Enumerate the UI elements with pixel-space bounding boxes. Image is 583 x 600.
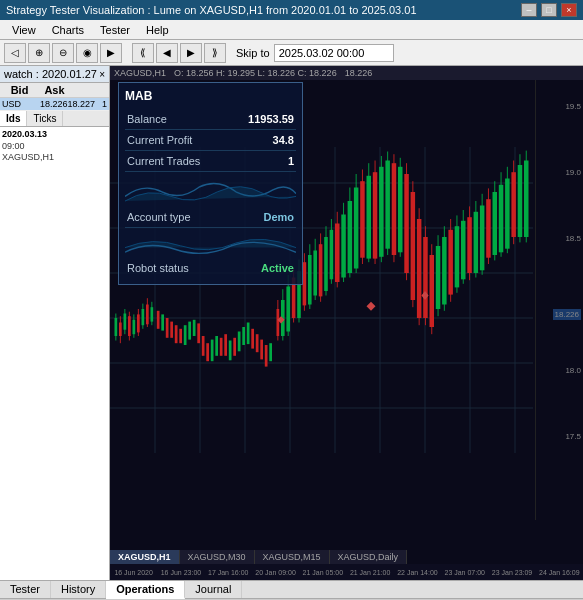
time-6: 22 Jan 14:00 — [394, 569, 441, 576]
tab-operations[interactable]: Operations — [106, 581, 185, 599]
tab-tester[interactable]: Tester — [0, 581, 51, 598]
svg-rect-35 — [166, 318, 169, 338]
chart-symbol: XAGUSD,H1 — [114, 68, 166, 78]
toolbar-btn-9[interactable]: ⟫ — [204, 43, 226, 63]
watch-header: watch : 2020.01.27 × — [0, 66, 109, 83]
toolbar-btn-1[interactable]: ◁ — [4, 43, 26, 63]
watch-bid: 18.226 — [40, 99, 68, 109]
watch-symbol: USD — [2, 99, 40, 109]
left-panel: watch : 2020.01.27 × Bid Ask USD 18.226 … — [0, 66, 110, 580]
mab-balance-row: Balance 11953.59 — [125, 109, 296, 130]
svg-rect-41 — [193, 320, 196, 336]
skip-to-section: Skip to — [236, 44, 394, 62]
price-19.0: 19.0 — [565, 168, 581, 177]
svg-rect-48 — [224, 334, 227, 356]
mab-account-label: Account type — [127, 211, 191, 223]
minimize-button[interactable]: – — [521, 3, 537, 17]
left-tabs: Ids Ticks — [0, 111, 109, 127]
watch-row-usd[interactable]: USD 18.226 18.227 1 — [0, 98, 109, 111]
mab-robot-row: Robot status Active — [125, 258, 296, 278]
chart-tab-m15[interactable]: XAGUSD,M15 — [255, 550, 330, 564]
svg-rect-58 — [269, 343, 272, 361]
time-1: 16 Jun 23:00 — [157, 569, 204, 576]
skip-to-input[interactable] — [274, 44, 394, 62]
time-7: 23 Jan 07:00 — [441, 569, 488, 576]
mab-robot-value: Active — [261, 262, 294, 274]
toolbar-btn-2[interactable]: ⊕ — [28, 43, 50, 63]
mab-trades-row: Current Trades 1 — [125, 151, 296, 172]
col-empty — [72, 84, 107, 96]
time-axis: 16 Jun 2020 16 Jun 23:00 17 Jan 16:00 20… — [110, 564, 583, 580]
title-text: Strategy Tester Visualization : Lume on … — [6, 4, 521, 16]
svg-rect-51 — [238, 332, 241, 352]
toolbar-btn-7[interactable]: ◀ — [156, 43, 178, 63]
chart-header: XAGUSD,H1 O: 18.256 H: 19.295 L: 18.226 … — [110, 66, 583, 80]
maximize-button[interactable]: □ — [541, 3, 557, 17]
watch-close-btn[interactable]: × — [99, 69, 105, 80]
chart-ohlc: O: 18.256 H: 19.295 L: 18.226 C: 18.226 — [174, 68, 337, 78]
close-button[interactable]: × — [561, 3, 577, 17]
menu-tester[interactable]: Tester — [92, 22, 138, 38]
svg-rect-38 — [179, 329, 182, 343]
svg-rect-50 — [233, 338, 236, 356]
menu-charts[interactable]: Charts — [44, 22, 92, 38]
svg-rect-43 — [202, 336, 205, 356]
price-current: 18.226 — [553, 309, 581, 320]
svg-rect-46 — [215, 336, 218, 356]
mab-account-value: Demo — [263, 211, 294, 223]
tab-ticks[interactable]: Ticks — [27, 111, 63, 126]
price-18.0: 18.0 — [565, 366, 581, 375]
mab-balance-label: Balance — [127, 113, 167, 125]
menu-view[interactable]: View — [4, 22, 44, 38]
tab-history[interactable]: History — [51, 581, 106, 598]
svg-rect-45 — [211, 340, 214, 362]
mab-robot-label: Robot status — [127, 262, 189, 274]
journal-time: 09:00 — [2, 141, 107, 151]
svg-rect-53 — [247, 323, 250, 345]
tab-ids[interactable]: Ids — [0, 111, 27, 126]
title-bar: Strategy Tester Visualization : Lume on … — [0, 0, 583, 20]
col-bid: Bid — [2, 84, 37, 96]
watch-title: watch : 2020.01.27 — [4, 68, 97, 80]
toolbar-btn-5[interactable]: ▶ — [100, 43, 122, 63]
chart-tab-daily[interactable]: XAGUSD,Daily — [330, 550, 408, 564]
tab-journal[interactable]: Journal — [185, 581, 242, 598]
menu-bar: View Charts Tester Help — [0, 20, 583, 40]
svg-rect-44 — [206, 343, 209, 361]
mab-overlay: MAB Balance 11953.59 Current Profit 34.8… — [118, 82, 303, 285]
main-area: watch : 2020.01.27 × Bid Ask USD 18.226 … — [0, 66, 583, 580]
chart-tab-m30[interactable]: XAGUSD,M30 — [180, 550, 255, 564]
time-8: 23 Jan 23:09 — [488, 569, 535, 576]
svg-rect-36 — [170, 322, 173, 338]
chart-tabs: XAGUSD,H1 XAGUSD,M30 XAGUSD,M15 XAGUSD,D… — [110, 550, 407, 564]
toolbar-btn-6[interactable]: ⟪ — [132, 43, 154, 63]
price-scale: 19.5 19.0 18.5 18.226 18.0 17.5 — [535, 80, 583, 520]
svg-rect-52 — [242, 327, 245, 345]
price-17.5: 17.5 — [565, 432, 581, 441]
time-2: 17 Jan 16:00 — [205, 569, 252, 576]
svg-rect-39 — [184, 325, 187, 345]
svg-rect-57 — [265, 345, 268, 367]
mab-profit-label: Current Profit — [127, 134, 192, 146]
svg-rect-55 — [256, 334, 259, 352]
chart-tab-h1[interactable]: XAGUSD,H1 — [110, 550, 180, 564]
mab-account-row: Account type Demo — [125, 207, 296, 228]
bottom-tab-bar: Tester History Operations Journal — [0, 581, 583, 599]
svg-rect-56 — [260, 340, 263, 360]
toolbar-btn-8[interactable]: ▶ — [180, 43, 202, 63]
journal-date: 2020.03.13 — [2, 129, 107, 139]
watch-column-headers: Bid Ask — [0, 83, 109, 98]
chart-area: XAGUSD,H1 O: 18.256 H: 19.295 L: 18.226 … — [110, 66, 583, 580]
toolbar-btn-4[interactable]: ◉ — [76, 43, 98, 63]
svg-rect-40 — [188, 322, 191, 340]
time-5: 21 Jan 21:00 — [346, 569, 393, 576]
bottom-panel: Tester History Operations Journal # Tick… — [0, 580, 583, 600]
mab-trades-value: 1 — [288, 155, 294, 167]
time-4: 21 Jan 05:00 — [299, 569, 346, 576]
svg-rect-34 — [161, 314, 164, 330]
time-3: 20 Jan 09:00 — [252, 569, 299, 576]
price-19.5: 19.5 — [565, 102, 581, 111]
wave-decoration-2 — [125, 228, 296, 258]
toolbar-btn-3[interactable]: ⊖ — [52, 43, 74, 63]
menu-help[interactable]: Help — [138, 22, 177, 38]
